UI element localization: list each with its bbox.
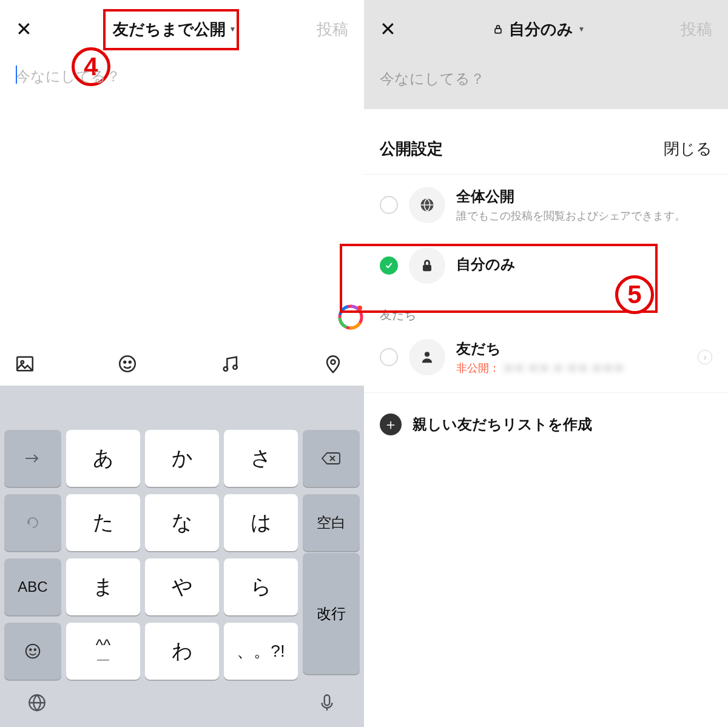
compose-textarea[interactable]: 今なにしてる？ bbox=[0, 58, 364, 95]
privacy-option-only-me[interactable]: 自分のみ bbox=[364, 235, 728, 296]
svg-point-12 bbox=[233, 365, 237, 369]
compose-header-right: ✕ 自分のみ ▼ 投稿 bbox=[364, 0, 728, 58]
create-list-label: 親しい友だちリストを作成 bbox=[413, 415, 592, 434]
friends-private-prefix: 非公開： bbox=[456, 362, 500, 374]
globe-icon bbox=[409, 187, 445, 223]
option-subtitle: 非公開： 〓〓 〓〓 〓 〓〓 〓〓〓 bbox=[456, 361, 687, 375]
mic-icon[interactable] bbox=[317, 692, 337, 715]
key-sa[interactable]: さ bbox=[224, 430, 298, 487]
close-button[interactable]: ✕ bbox=[16, 18, 32, 41]
location-icon[interactable] bbox=[323, 353, 343, 374]
privacy-dropdown[interactable]: 友だちまで公開 ▼ bbox=[108, 16, 241, 42]
emoji-icon[interactable] bbox=[117, 353, 138, 374]
privacy-label: 自分のみ bbox=[509, 19, 573, 40]
option-title: 全体公開 bbox=[456, 187, 712, 206]
text-cursor bbox=[16, 65, 17, 84]
sheet-title: 公開設定 bbox=[380, 138, 443, 159]
sheet-header: 公開設定 閉じる bbox=[364, 127, 728, 175]
close-button[interactable]: ✕ bbox=[380, 18, 396, 41]
svg-point-9 bbox=[124, 361, 126, 363]
chevron-down-icon: ▼ bbox=[229, 25, 237, 33]
svg-point-15 bbox=[30, 649, 32, 651]
key-ma[interactable]: ま bbox=[66, 558, 140, 615]
privacy-sheet: 公開設定 閉じる 全体公開 誰でもこの投稿を閲覧およびシェアできます。 自分のみ bbox=[364, 109, 728, 451]
key-a[interactable]: あ bbox=[66, 430, 140, 487]
post-button[interactable]: 投稿 bbox=[681, 19, 712, 40]
key-ha[interactable]: は bbox=[224, 494, 298, 551]
compose-header: ✕ 友だちまで公開 ▼ 投稿 bbox=[0, 0, 364, 58]
lock-icon bbox=[409, 247, 445, 284]
key-ra[interactable]: ら bbox=[224, 558, 298, 615]
privacy-dropdown[interactable]: 自分のみ ▼ bbox=[492, 19, 585, 40]
svg-point-8 bbox=[120, 356, 136, 372]
key-kaomoji-label: ^^ bbox=[96, 637, 110, 653]
keyboard: あ か さ た な は 空白 ABC ま や ら bbox=[0, 386, 364, 727]
left-pane: ✕ 友だちまで公開 ▼ 投稿 4 今なにしてる？ bbox=[0, 0, 364, 727]
svg-point-10 bbox=[129, 361, 131, 363]
key-backspace[interactable] bbox=[303, 430, 360, 487]
radio-unchecked bbox=[380, 348, 398, 366]
sheet-close-button[interactable]: 閉じる bbox=[664, 138, 712, 159]
keyboard-bottom-bar bbox=[0, 681, 364, 727]
key-tab[interactable] bbox=[4, 430, 61, 487]
key-undo[interactable] bbox=[4, 494, 61, 551]
privacy-label: 友だちまで公開 bbox=[113, 19, 226, 40]
image-icon[interactable] bbox=[15, 353, 35, 374]
compose-placeholder: 今なにしてる？ bbox=[380, 70, 485, 87]
option-title: 自分のみ bbox=[456, 255, 712, 274]
option-subtitle: 誰でもこの投稿を閲覧およびシェアできます。 bbox=[456, 209, 712, 223]
post-button[interactable]: 投稿 bbox=[317, 19, 348, 40]
radio-unchecked bbox=[380, 196, 398, 214]
key-wa[interactable]: わ bbox=[145, 623, 219, 680]
key-punct[interactable]: 、。?! bbox=[224, 623, 298, 680]
svg-point-7 bbox=[21, 361, 24, 364]
camera-color-icon[interactable] bbox=[337, 303, 364, 331]
key-kaomoji[interactable]: ^^ — bbox=[66, 623, 140, 680]
svg-point-13 bbox=[331, 360, 335, 364]
chevron-right-icon: › bbox=[698, 350, 712, 364]
key-abc[interactable]: ABC bbox=[4, 558, 61, 615]
key-space[interactable]: 空白 bbox=[303, 494, 360, 551]
svg-rect-21 bbox=[423, 265, 431, 272]
svg-rect-18 bbox=[325, 695, 330, 705]
lock-icon bbox=[492, 23, 504, 35]
key-ka[interactable]: か bbox=[145, 430, 219, 487]
music-icon[interactable] bbox=[220, 353, 241, 374]
svg-rect-19 bbox=[495, 28, 501, 33]
key-ya[interactable]: や bbox=[145, 558, 219, 615]
create-close-friends-list[interactable]: ＋ 親しい友だちリストを作成 bbox=[364, 398, 728, 451]
friends-private-list-blurred: 〓〓 〓〓 〓 〓〓 〓〓〓 bbox=[503, 362, 624, 374]
option-text: 自分のみ bbox=[456, 255, 712, 276]
key-enter[interactable]: 改行 bbox=[303, 553, 360, 674]
svg-point-5 bbox=[357, 306, 362, 310]
chevron-down-icon: ▼ bbox=[578, 25, 585, 33]
key-emoji-keyboard[interactable] bbox=[4, 623, 61, 680]
person-icon bbox=[409, 339, 445, 375]
globe-icon[interactable] bbox=[27, 692, 47, 715]
option-title: 友だち bbox=[456, 339, 687, 358]
privacy-option-public[interactable]: 全体公開 誰でもこの投稿を閲覧およびシェアできます。 bbox=[364, 175, 728, 235]
compose-textarea[interactable]: 今なにしてる？ bbox=[364, 58, 728, 109]
compose-toolbar bbox=[0, 342, 364, 386]
privacy-option-friends[interactable]: 友だち 非公開： 〓〓 〓〓 〓 〓〓 〓〓〓 › bbox=[364, 327, 728, 387]
key-ta[interactable]: た bbox=[66, 494, 140, 551]
radio-checked bbox=[380, 256, 398, 275]
svg-point-11 bbox=[223, 367, 228, 371]
compose-placeholder: 今なにしてる？ bbox=[16, 68, 121, 84]
svg-point-22 bbox=[425, 352, 430, 357]
svg-point-14 bbox=[26, 645, 40, 658]
right-pane: ✕ 自分のみ ▼ 投稿 今なにしてる？ 公開設定 閉じる 全体公開 誰でもこの投… bbox=[364, 0, 728, 727]
option-text: 全体公開 誰でもこの投稿を閲覧およびシェアできます。 bbox=[456, 187, 712, 223]
key-na[interactable]: な bbox=[145, 494, 219, 551]
plus-icon: ＋ bbox=[380, 414, 402, 435]
option-text: 友だち 非公開： 〓〓 〓〓 〓 〓〓 〓〓〓 bbox=[456, 339, 687, 375]
friends-section-label: 友だち bbox=[364, 296, 728, 327]
svg-point-16 bbox=[35, 649, 36, 651]
